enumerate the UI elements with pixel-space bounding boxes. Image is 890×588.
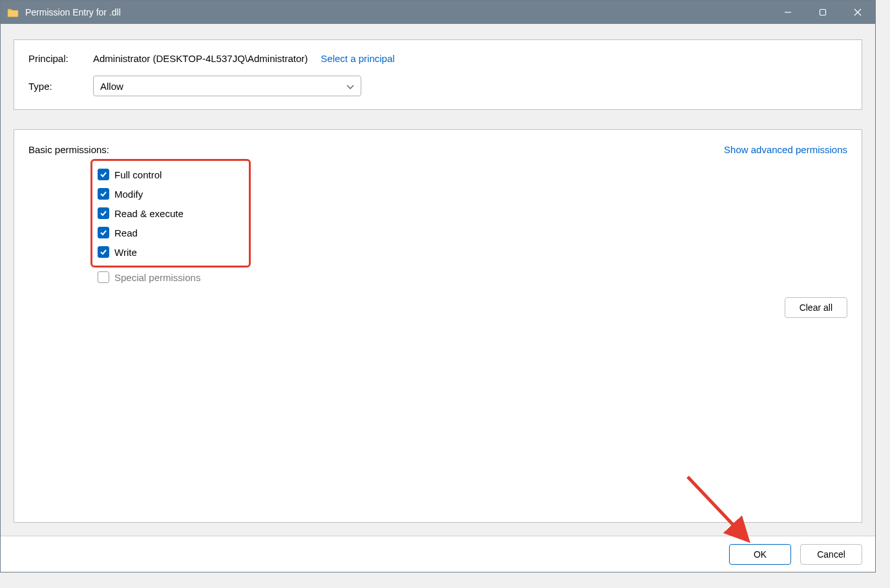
cancel-button[interactable]: Cancel — [800, 544, 862, 565]
clear-all-button[interactable]: Clear all — [785, 297, 847, 318]
checkbox-checked-icon[interactable] — [98, 188, 109, 200]
perm-label: Read — [114, 227, 138, 238]
client-area: Principal: Administrator (DESKTOP-4L537J… — [1, 24, 875, 536]
perm-read[interactable]: Read — [98, 223, 244, 242]
highlight-annotation: Full control Modify Read & execute — [90, 159, 251, 268]
permission-entry-window: Permission Entry for .dll Principal: Adm… — [0, 0, 876, 572]
checkbox-checked-icon[interactable] — [98, 246, 109, 258]
perm-label: Write — [114, 247, 137, 258]
type-select-value: Allow — [100, 81, 123, 92]
minimize-button[interactable] — [770, 1, 805, 24]
checkbox-checked-icon[interactable] — [98, 169, 109, 180]
principal-value: Administrator (DESKTOP-4L537JQ\Administr… — [93, 53, 308, 64]
permissions-panel: Basic permissions: Show advanced permiss… — [14, 129, 862, 523]
show-advanced-link[interactable]: Show advanced permissions — [724, 144, 847, 155]
perm-label: Modify — [114, 189, 143, 200]
type-label: Type: — [28, 81, 93, 92]
checkbox-checked-icon[interactable] — [98, 207, 109, 219]
close-button[interactable] — [840, 1, 875, 24]
perm-modify[interactable]: Modify — [98, 184, 244, 204]
maximize-button[interactable] — [805, 1, 840, 24]
window-title: Permission Entry for .dll — [25, 7, 121, 17]
ok-button[interactable]: OK — [729, 544, 791, 565]
svg-rect-1 — [820, 10, 826, 16]
type-select[interactable]: Allow — [93, 76, 361, 96]
chevron-down-icon — [346, 81, 354, 92]
basic-permissions-title: Basic permissions: — [28, 144, 109, 155]
perm-label: Read & execute — [114, 208, 184, 219]
perm-write[interactable]: Write — [98, 242, 244, 262]
perm-special: Special permissions — [98, 268, 847, 287]
perm-full-control[interactable]: Full control — [98, 165, 244, 184]
titlebar[interactable]: Permission Entry for .dll — [1, 1, 875, 24]
checkbox-checked-icon[interactable] — [98, 227, 109, 238]
perm-label: Special permissions — [114, 272, 200, 283]
select-principal-link[interactable]: Select a principal — [321, 53, 394, 64]
principal-panel: Principal: Administrator (DESKTOP-4L537J… — [14, 39, 862, 110]
folder-icon — [7, 8, 19, 17]
perm-read-execute[interactable]: Read & execute — [98, 204, 244, 223]
checkbox-unchecked-icon — [98, 271, 109, 283]
principal-label: Principal: — [28, 53, 93, 64]
perm-label: Full control — [114, 169, 162, 180]
dialog-footer: OK Cancel — [1, 536, 875, 572]
